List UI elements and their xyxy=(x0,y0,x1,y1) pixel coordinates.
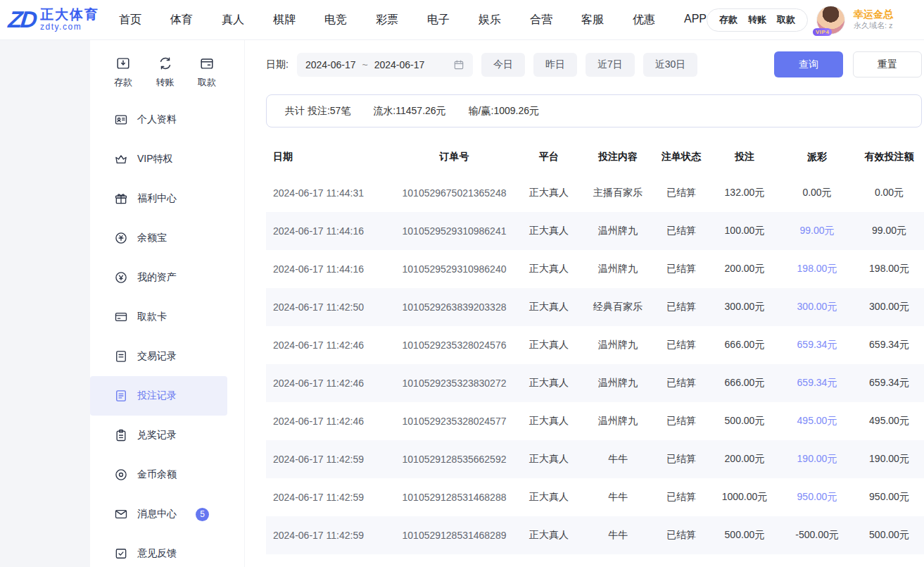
nav-item[interactable]: 真人 xyxy=(222,13,244,27)
cell-valid-bet: 300.00元 xyxy=(854,288,924,326)
assets-icon xyxy=(114,270,128,285)
table-row: 2024-06-17 11:44:16 1010529529310986241 … xyxy=(266,212,924,250)
username[interactable]: 幸运金总 xyxy=(854,8,917,21)
id-card-icon xyxy=(114,113,128,127)
column-header: 投注 xyxy=(709,140,780,174)
clipboard-icon xyxy=(114,428,128,442)
sidebar-item-messages[interactable]: 消息中心 5 xyxy=(90,494,227,534)
column-header: 日期 xyxy=(266,140,393,174)
filter-bar: 日期: 2024-06-17 ~ 2024-06-17 今日昨日近7日近30日 … xyxy=(266,51,922,77)
cell-order-id: 1010529128531468289 xyxy=(393,516,516,554)
brand-domain: zdty.com xyxy=(40,23,99,32)
wallet-pill-link[interactable]: 存款 xyxy=(719,13,738,26)
nav-item[interactable]: 彩票 xyxy=(376,13,398,27)
cell-order-id: 1010529529310986240 xyxy=(393,250,516,288)
nav-item[interactable]: 电子 xyxy=(427,13,450,27)
crown-icon xyxy=(114,152,128,166)
range-button[interactable]: 近30日 xyxy=(643,53,698,77)
cell-valid-bet: 99.00元 xyxy=(854,212,924,250)
cell-order-id: 1010529263839203328 xyxy=(393,288,516,326)
sidebar-item-yuebao[interactable]: 余额宝 xyxy=(90,218,227,258)
sidebar-item-assets[interactable]: 我的资产 xyxy=(90,258,227,297)
wallet-pill-link[interactable]: 取款 xyxy=(777,13,795,26)
logo[interactable]: ZD 正大体育 zdty.com xyxy=(8,8,106,32)
cell-content: 温州牌九 xyxy=(582,212,654,250)
quick-action-label: 取款 xyxy=(198,76,216,89)
column-header: 注单状态 xyxy=(654,140,709,174)
quick-ranges: 今日昨日近7日近30日 xyxy=(481,53,706,77)
table-row: 2024-06-17 11:44:16 1010529529310986240 … xyxy=(266,250,924,288)
sidebar-item-bet-records[interactable]: 投注记录 xyxy=(90,376,227,416)
cell-bet: 200.00元 xyxy=(709,250,780,288)
range-button[interactable]: 昨日 xyxy=(533,53,577,77)
cell-date: 2024-06-17 11:42:50 xyxy=(266,288,393,326)
cell-date: 2024-06-17 11:42:46 xyxy=(266,364,393,402)
range-button[interactable]: 今日 xyxy=(481,53,525,77)
sidebar-item-label: 余额宝 xyxy=(137,232,167,244)
cell-bet: 132.00元 xyxy=(709,174,780,212)
search-button[interactable]: 查询 xyxy=(774,51,843,77)
cell-content: 牛牛 xyxy=(582,516,654,554)
document-lines-icon xyxy=(114,349,128,363)
main-content: 日期: 2024-06-17 ~ 2024-06-17 今日昨日近7日近30日 … xyxy=(245,40,924,567)
quick-action-deposit[interactable]: 存款 xyxy=(114,56,132,89)
calendar-icon xyxy=(453,59,464,70)
nav-item[interactable]: 客服 xyxy=(581,13,604,27)
table-row: 2024-06-17 11:42:59 1010529128531468289 … xyxy=(266,516,924,554)
nav-item[interactable]: 首页 xyxy=(119,13,141,27)
sidebar-item-label: 我的资产 xyxy=(137,271,177,284)
cell-order-id: 1010529235323830272 xyxy=(393,364,516,402)
cell-platform: 正大真人 xyxy=(516,516,582,554)
sidebar-item-profile[interactable]: 个人资料 xyxy=(90,100,227,139)
sidebar-item-vip[interactable]: VIP特权 xyxy=(90,139,227,179)
sidebar-item-coin-balance[interactable]: 金币余额 xyxy=(90,455,227,494)
nav-item[interactable]: 合营 xyxy=(530,13,552,27)
cell-platform: 正大真人 xyxy=(516,174,582,212)
nav-item[interactable]: 娱乐 xyxy=(479,13,501,27)
quick-action-withdraw[interactable]: 取款 xyxy=(198,56,216,89)
table-row: 2024-06-17 11:42:50 1010529263839203328 … xyxy=(266,288,924,326)
cell-date: 2024-06-17 11:42:59 xyxy=(266,440,393,478)
table-row: 2024-06-17 11:44:31 1010529675021365248 … xyxy=(266,174,924,212)
main-nav: 首页体育真人棋牌电竞彩票电子娱乐合营客服优惠APP xyxy=(119,13,707,27)
range-button[interactable]: 近7日 xyxy=(586,53,635,77)
nav-item[interactable]: APP xyxy=(684,13,707,27)
cell-order-id: 1010529529310986241 xyxy=(393,212,516,250)
nav-item[interactable]: 电竞 xyxy=(324,13,347,27)
cell-content: 牛牛 xyxy=(582,478,654,516)
transfer-icon xyxy=(158,56,173,71)
nav-item[interactable]: 棋牌 xyxy=(273,13,296,27)
date-label: 日期: xyxy=(266,58,289,71)
sidebar-item-withdraw-card[interactable]: 取款卡 xyxy=(90,297,227,337)
sidebar-item-feedback[interactable]: 意见反馈 xyxy=(90,534,227,567)
nav-item[interactable]: 优惠 xyxy=(633,13,655,27)
cell-order-id: 1010529128535662592 xyxy=(393,440,516,478)
cell-order-id: 1010529675021365248 xyxy=(393,174,516,212)
sidebar-item-welfare[interactable]: 福利中心 xyxy=(90,179,227,218)
cell-platform: 正大真人 xyxy=(516,440,582,478)
cell-payout: 0.00元 xyxy=(780,174,854,212)
avatar[interactable]: VIP4 xyxy=(816,6,845,35)
cell-status: 已结算 xyxy=(654,478,709,516)
target-coin-icon xyxy=(114,468,128,482)
cell-platform: 正大真人 xyxy=(516,402,582,440)
cell-content: 温州牌九 xyxy=(582,364,654,402)
column-header: 投注内容 xyxy=(582,140,654,174)
wallet-pill-link[interactable]: 转账 xyxy=(748,13,766,26)
cell-status: 已结算 xyxy=(654,364,709,402)
table-header-row: 日期订单号平台投注内容注单状态投注派彩有效投注额 xyxy=(266,140,924,174)
cell-platform: 正大真人 xyxy=(516,326,582,364)
reset-button[interactable]: 重置 xyxy=(853,51,922,77)
wallet-pill: 存款转账取款 xyxy=(707,8,808,32)
filter-actions: 查询 重置 xyxy=(774,51,922,77)
summary-turnover: 流水:11457.26元 xyxy=(373,105,445,118)
quick-action-transfer[interactable]: 转账 xyxy=(156,56,175,89)
vip-badge: VIP4 xyxy=(813,28,832,36)
nav-item[interactable]: 体育 xyxy=(170,13,193,27)
cell-bet: 500.00元 xyxy=(709,402,780,440)
logo-icon: ZD xyxy=(7,8,36,31)
sidebar-item-transactions[interactable]: 交易记录 xyxy=(90,337,227,376)
date-range-picker[interactable]: 2024-06-17 ~ 2024-06-17 xyxy=(297,53,473,77)
sidebar-item-prize-records[interactable]: 兑奖记录 xyxy=(90,416,227,455)
cell-platform: 正大真人 xyxy=(516,288,582,326)
